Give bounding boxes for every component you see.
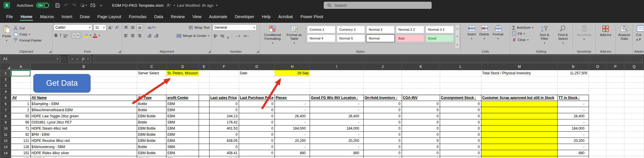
format-cells-button[interactable]: Format ▾ — [491, 24, 505, 41]
cell-P3[interactable] — [606, 83, 624, 89]
menu-tab-acrobat[interactable]: Acrobat — [275, 12, 297, 23]
cell-A4[interactable] — [11, 89, 30, 95]
cell-M15[interactable] — [481, 156, 558, 158]
row-header-8[interactable]: 8 — [0, 113, 11, 119]
column-header-B[interactable]: B — [30, 63, 137, 70]
cell-L14[interactable]: 0 — [440, 150, 481, 156]
column-header-Q[interactable]: Q — [624, 63, 644, 70]
cell-C14[interactable]: EBM Bottle — [137, 150, 166, 156]
menu-tab-review[interactable]: Review — [167, 12, 189, 23]
cell-Q11[interactable] — [624, 132, 644, 138]
cell-Q12[interactable] — [624, 138, 644, 144]
cell-E10[interactable] — [199, 126, 209, 132]
cell-F14[interactable]: 408.41 — [209, 150, 239, 156]
cell-M7[interactable] — [481, 107, 558, 113]
cell-F11[interactable]: 0 — [209, 132, 239, 138]
cell-N1[interactable]: 11,257,505 — [558, 70, 589, 76]
cell-D14[interactable]: EBM — [166, 150, 199, 156]
row-header-12[interactable]: 12 — [0, 138, 11, 144]
cell-P13[interactable] — [606, 144, 624, 150]
styles-gallery-scrollbar[interactable]: ▴ ▾ ▾ — [455, 24, 460, 49]
cell-J14[interactable]: 0 — [363, 150, 402, 156]
style-chip-normal-4[interactable]: Normal 4 — [307, 35, 335, 42]
cell-O7[interactable] — [589, 107, 606, 113]
align-bottom-button[interactable] — [137, 24, 143, 31]
search-input[interactable] — [334, 3, 428, 8]
row-header-6[interactable]: 6 — [0, 101, 11, 107]
cell-M14[interactable] — [481, 150, 558, 156]
cell-Q13[interactable] — [624, 144, 644, 150]
cell-B11[interactable]: $PM - EBM — [30, 132, 137, 138]
cell-G12[interactable]: 0 — [239, 138, 275, 144]
cell-N4[interactable] — [558, 89, 589, 95]
cell-M12[interactable] — [481, 138, 558, 144]
cell-A11[interactable]: 92 — [11, 132, 30, 138]
menu-tab-help[interactable]: Help — [258, 12, 275, 23]
cell-G6[interactable]: 0 — [239, 101, 275, 107]
merge-center-button[interactable]: Merge & Center ▾ — [176, 33, 211, 39]
number-dialog-launcher[interactable] — [256, 50, 259, 53]
cell-D10[interactable]: EBM — [166, 126, 199, 132]
cell-D1[interactable]: St. Peters, Missouri — [166, 70, 199, 76]
cell-J8[interactable]: 0 — [363, 113, 402, 119]
cell-H7[interactable]: - — [275, 107, 310, 113]
cell-E3[interactable] — [199, 83, 209, 89]
cell-K15[interactable]: 0 — [402, 156, 440, 158]
format-painter-button[interactable]: Format Painter — [12, 37, 43, 43]
cell-A7[interactable]: 2 — [11, 107, 30, 113]
cell-G10[interactable]: 0 — [239, 126, 275, 132]
cell-F6[interactable]: 0 — [209, 101, 239, 107]
cell-P5[interactable] — [606, 95, 624, 101]
cell-N5[interactable]: TT in Stock : — [558, 95, 589, 101]
cell-B15[interactable]: HDPE Ridex 48oz blue — [30, 156, 137, 158]
save-icon[interactable] — [55, 3, 60, 8]
cell-I12[interactable]: 20,200 — [310, 138, 364, 144]
cell-N7[interactable]: - — [558, 107, 589, 113]
row-header-5[interactable]: 5 — [0, 95, 11, 101]
cell-F1[interactable] — [209, 70, 239, 76]
cell-L10[interactable]: 0 — [440, 126, 481, 132]
menu-tab-draw[interactable]: Draw — [76, 12, 93, 23]
cell-C4[interactable] — [137, 89, 166, 95]
menu-tab-file[interactable]: File — [2, 12, 17, 23]
qat-overflow-icon[interactable]: ▾ — [100, 4, 102, 7]
get-data-button[interactable]: Get Data — [33, 74, 91, 92]
column-header-C[interactable]: C — [137, 63, 166, 70]
cell-J4[interactable] — [363, 89, 402, 95]
cell-J3[interactable] — [363, 83, 402, 89]
cell-H15[interactable]: - — [275, 156, 310, 158]
cell-H8[interactable]: 26,400 — [275, 113, 310, 119]
cell-A14[interactable]: 152 — [11, 150, 30, 156]
cell-G1[interactable]: Date — [239, 70, 275, 76]
cell-M10[interactable] — [481, 126, 558, 132]
cell-Q7[interactable] — [624, 107, 644, 113]
cell-M5[interactable]: Customer Scrap approved but still in Sto… — [481, 95, 558, 101]
analyze-data-button[interactable]: Analyze Data — [617, 24, 632, 42]
cell-G7[interactable]: 0 — [239, 107, 275, 113]
style-chip-bad[interactable]: Bad — [396, 35, 424, 42]
cell-M4[interactable] — [481, 89, 558, 95]
cell-J12[interactable]: 0 — [363, 138, 402, 144]
cell-L9[interactable]: 0 — [440, 119, 481, 126]
cell-A3[interactable] — [11, 83, 30, 89]
cell-J10[interactable]: 0 — [363, 126, 402, 132]
cell-E5[interactable] — [199, 95, 209, 101]
row-header-13[interactable]: 13 — [0, 144, 11, 150]
column-header-D[interactable]: D — [166, 63, 199, 70]
italic-button[interactable]: I — [59, 32, 62, 39]
cell-K7[interactable]: 0 — [402, 107, 440, 113]
select-all-corner[interactable] — [0, 63, 11, 70]
cell-H11[interactable]: - — [275, 132, 310, 138]
cell-J13[interactable]: 0 — [363, 144, 402, 150]
column-header-M[interactable]: M — [481, 63, 558, 70]
cell-A2[interactable] — [11, 76, 30, 83]
menu-tab-automate[interactable]: Automate — [205, 12, 231, 23]
cell-P2[interactable] — [606, 76, 624, 83]
cell-F9[interactable]: 176.42 — [209, 119, 239, 126]
cell-F12[interactable]: 638.05 — [209, 138, 239, 144]
cell-I4[interactable] — [310, 89, 364, 95]
cell-I9[interactable]: - — [310, 119, 364, 126]
gallery-down-icon[interactable]: ▾ — [457, 35, 458, 38]
redo-icon[interactable]: ↷ — [72, 2, 76, 8]
cell-E11[interactable] — [199, 132, 209, 138]
